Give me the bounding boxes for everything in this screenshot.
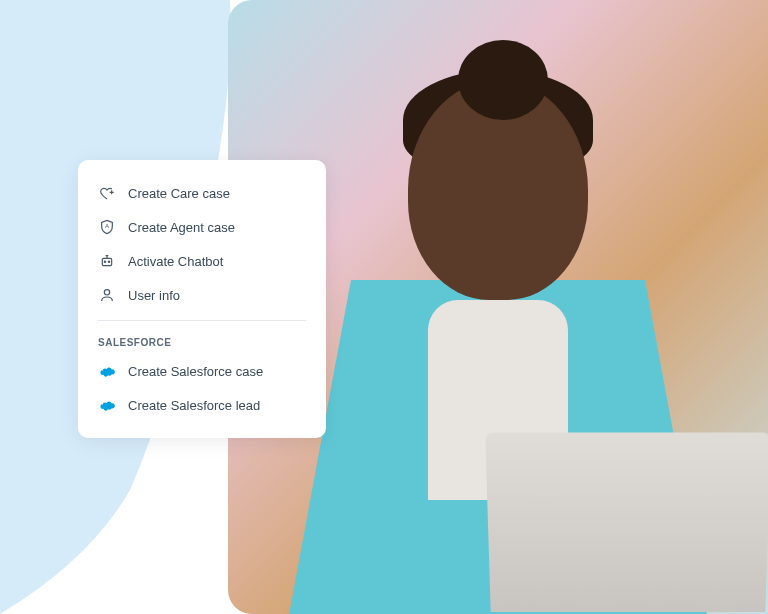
menu-item-user-info[interactable]: User info (78, 278, 326, 312)
menu-item-label: Create Salesforce lead (128, 398, 260, 413)
chatbot-icon (98, 252, 116, 270)
menu-item-label: Create Salesforce case (128, 364, 263, 379)
menu-item-label: Activate Chatbot (128, 254, 223, 269)
menu-item-activate-chatbot[interactable]: Activate Chatbot (78, 244, 326, 278)
care-icon (98, 184, 116, 202)
salesforce-icon (98, 362, 116, 380)
svg-point-4 (104, 290, 109, 295)
menu-item-label: Create Agent case (128, 220, 235, 235)
menu-item-create-care-case[interactable]: Create Care case (78, 176, 326, 210)
svg-text:A: A (105, 223, 109, 229)
agent-shield-icon: A (98, 218, 116, 236)
menu-item-create-salesforce-case[interactable]: Create Salesforce case (78, 354, 326, 388)
menu-item-label: Create Care case (128, 186, 230, 201)
user-icon (98, 286, 116, 304)
actions-menu: Create Care case A Create Agent case Act… (78, 160, 326, 438)
menu-item-label: User info (128, 288, 180, 303)
menu-section-label: SALESFORCE (78, 329, 326, 354)
svg-point-2 (104, 261, 105, 262)
menu-divider (98, 320, 306, 321)
menu-item-create-agent-case[interactable]: A Create Agent case (78, 210, 326, 244)
salesforce-icon (98, 396, 116, 414)
menu-item-create-salesforce-lead[interactable]: Create Salesforce lead (78, 388, 326, 422)
svg-point-3 (108, 261, 109, 262)
svg-rect-1 (102, 258, 111, 265)
